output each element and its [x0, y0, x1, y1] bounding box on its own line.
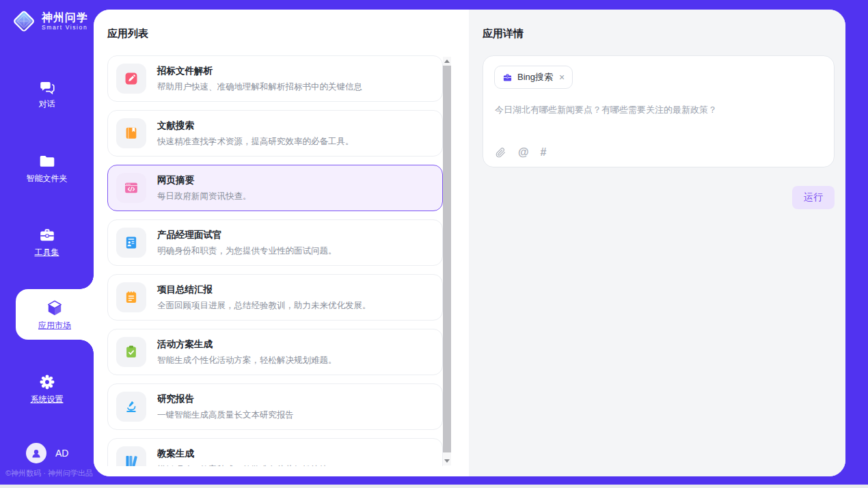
- app-card-title: 活动方案生成: [157, 338, 337, 351]
- tool-tag-label: Bing搜索: [517, 71, 553, 83]
- brand-name: 神州问学: [42, 12, 88, 24]
- user-chip[interactable]: AD: [26, 443, 68, 463]
- app-list-title: 应用列表: [107, 27, 148, 40]
- hash-icon[interactable]: #: [541, 146, 547, 159]
- gear-icon: [38, 373, 56, 391]
- app-card-title: 产品经理面试官: [157, 229, 337, 241]
- sidebar-item-label: 应用市场: [38, 321, 71, 330]
- brand-tagline: Smart Vision: [42, 24, 88, 31]
- clipboard-check-icon: [116, 337, 146, 367]
- app-card-description: 每日政府新闻资讯快查。: [157, 191, 252, 202]
- cube-icon: [46, 299, 64, 317]
- app-card-description: 帮助用户快速、准确地理解和解析招标书中的关键信息: [157, 81, 362, 93]
- copyright-footer: ©神州数码 · 神州问学出品: [5, 468, 93, 478]
- browser-code-icon: [116, 173, 146, 203]
- app-card-bid-analysis[interactable]: 招标文件解析帮助用户快速、准确地理解和解析招标书中的关键信息: [107, 55, 443, 102]
- app-card-description: 智能生成个性化活动方案，轻松解决规划难题。: [157, 355, 337, 366]
- notepad-icon: [116, 282, 146, 312]
- sidebar-item-label: 系统设置: [31, 395, 64, 404]
- sidebar-item-label: 智能文件夹: [27, 174, 68, 183]
- app-card-project-summary[interactable]: 项目总结汇报全面回顾项目进展，总结经验教训，助力未来优化发展。: [107, 274, 443, 321]
- book-icon: [116, 118, 146, 148]
- sidebar-item-label: 对话: [39, 100, 55, 109]
- chat-icon: [38, 78, 56, 96]
- sidebar-item-tools[interactable]: 工具集: [0, 222, 94, 260]
- run-button[interactable]: 运行: [792, 186, 835, 209]
- main-panel: 应用列表 招标文件解析帮助用户快速、准确地理解和解析招标书中的关键信息文献搜索快…: [94, 10, 845, 476]
- avatar: [26, 443, 46, 463]
- app-card-title: 文献搜索: [157, 120, 354, 132]
- app-list-pane: 应用列表 招标文件解析帮助用户快速、准确地理解和解析招标书中的关键信息文献搜索快…: [94, 10, 469, 476]
- app-detail-title: 应用详情: [483, 27, 524, 40]
- app-card-description: 明确身份和职责，为您提供专业性的面试问题。: [157, 245, 337, 257]
- edit-doc-icon: [116, 64, 146, 94]
- app-card-title: 招标文件解析: [157, 65, 362, 77]
- toolbox-icon: [38, 226, 56, 244]
- app-detail-pane: 应用详情 Bing搜索 × 今日湖北有哪些新闻要点？有哪些需要关注的最新政策？ …: [469, 10, 845, 476]
- paperclip-icon[interactable]: [495, 147, 506, 159]
- app-card-description: 全面回顾项目进展，总结经验教训，助力未来优化发展。: [157, 300, 371, 312]
- scroll-down-arrow-icon[interactable]: [444, 459, 450, 463]
- microscope-icon: [116, 392, 146, 422]
- app-card-title: 教案生成: [157, 448, 328, 460]
- app-card-pm-interviewer[interactable]: 产品经理面试官明确身份和职责，为您提供专业性的面试问题。: [107, 219, 443, 266]
- user-initials: AD: [55, 448, 68, 459]
- app-card-web-summary[interactable]: 网页摘要每日政府新闻资讯快查。: [107, 165, 443, 211]
- briefcase-icon: [502, 72, 513, 83]
- app-card-description: 一键智能生成高质量长文本研究报告: [157, 409, 294, 421]
- tag-close-icon[interactable]: ×: [559, 73, 565, 81]
- scrollbar[interactable]: [443, 57, 451, 465]
- brand: 神州问学 Smart Vision: [11, 8, 88, 34]
- composer-toolbar: @#: [495, 146, 547, 159]
- sidebar-item-chat[interactable]: 对话: [0, 74, 94, 112]
- sidebar-item-app-market[interactable]: 应用市场: [16, 289, 94, 340]
- prompt-card: Bing搜索 × 今日湖北有哪些新闻要点？有哪些需要关注的最新政策？ @#: [483, 55, 835, 167]
- app-card-event-plan[interactable]: 活动方案生成智能生成个性化活动方案，轻松解决规划难题。: [107, 329, 443, 375]
- app-card-title: 研究报告: [157, 393, 294, 405]
- scrollbar-thumb[interactable]: [443, 66, 451, 452]
- app-card-description: 模板驱动，教案秒成，教学准备从此轻松快捷: [157, 464, 328, 467]
- at-icon[interactable]: @: [518, 146, 529, 159]
- app-card-literature-search[interactable]: 文献搜索快速精准查找学术资源，提高研究效率的必备工具。: [107, 110, 443, 157]
- folder-icon: [38, 152, 56, 170]
- prompt-input[interactable]: 今日湖北有哪些新闻要点？有哪些需要关注的最新政策？: [495, 104, 823, 116]
- sidebar-item-smart-folders[interactable]: 智能文件夹: [0, 148, 94, 187]
- app-list: 招标文件解析帮助用户快速、准确地理解和解析招标书中的关键信息文献搜索快速精准查找…: [107, 55, 443, 466]
- sidebar-item-label: 工具集: [35, 248, 59, 257]
- resume-icon: [116, 228, 146, 258]
- app-card-title: 网页摘要: [157, 174, 252, 187]
- sidebar-item-settings[interactable]: 系统设置: [0, 369, 94, 407]
- books-icon: [116, 446, 146, 466]
- scroll-up-arrow-icon[interactable]: [444, 59, 450, 63]
- tool-tag-bing-search[interactable]: Bing搜索 ×: [494, 66, 573, 89]
- bottom-strip: [0, 485, 868, 488]
- app-card-lesson-plan[interactable]: 教案生成模板驱动，教案秒成，教学准备从此轻松快捷: [107, 438, 443, 466]
- sidebar: 神州问学 Smart Vision 对话智能文件夹工具集应用市场系统设置 AD …: [0, 0, 94, 484]
- brand-logo-diamond-icon: [11, 8, 37, 34]
- person-icon: [30, 447, 42, 459]
- app-card-research-report[interactable]: 研究报告一键智能生成高质量长文本研究报告: [107, 383, 443, 430]
- app-card-description: 快速精准查找学术资源，提高研究效率的必备工具。: [157, 136, 354, 148]
- app-card-title: 项目总结汇报: [157, 284, 371, 296]
